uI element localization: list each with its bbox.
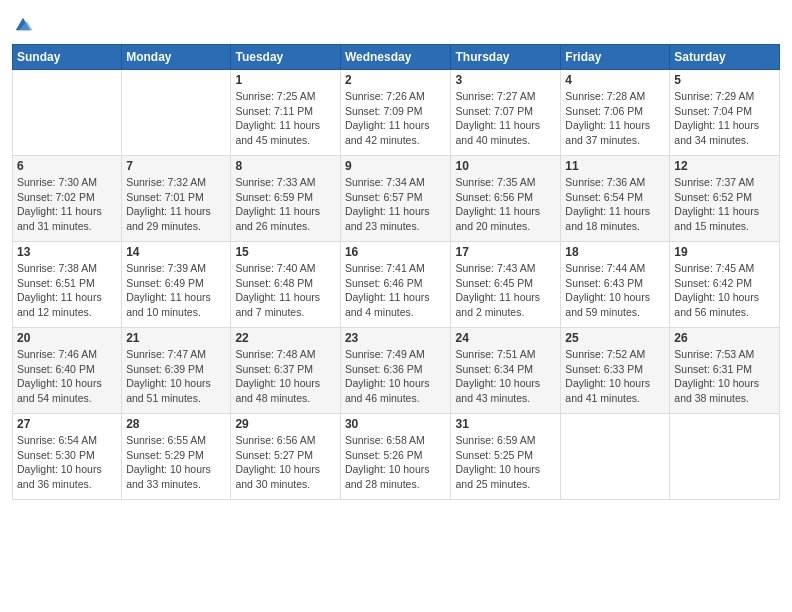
day-info: Sunrise: 7:52 AMSunset: 6:33 PMDaylight:… bbox=[565, 347, 665, 406]
day-info: Sunrise: 7:49 AMSunset: 6:36 PMDaylight:… bbox=[345, 347, 447, 406]
day-info: Sunrise: 7:51 AMSunset: 6:34 PMDaylight:… bbox=[455, 347, 556, 406]
calendar-table: SundayMondayTuesdayWednesdayThursdayFrid… bbox=[12, 44, 780, 500]
week-row-1: 1Sunrise: 7:25 AMSunset: 7:11 PMDaylight… bbox=[13, 70, 780, 156]
calendar-cell: 27Sunrise: 6:54 AMSunset: 5:30 PMDayligh… bbox=[13, 414, 122, 500]
day-header-tuesday: Tuesday bbox=[231, 45, 340, 70]
calendar-cell: 7Sunrise: 7:32 AMSunset: 7:01 PMDaylight… bbox=[122, 156, 231, 242]
calendar-cell bbox=[122, 70, 231, 156]
day-info: Sunrise: 7:44 AMSunset: 6:43 PMDaylight:… bbox=[565, 261, 665, 320]
header-row: SundayMondayTuesdayWednesdayThursdayFrid… bbox=[13, 45, 780, 70]
day-number: 22 bbox=[235, 331, 335, 345]
calendar-cell: 25Sunrise: 7:52 AMSunset: 6:33 PMDayligh… bbox=[561, 328, 670, 414]
day-info: Sunrise: 6:56 AMSunset: 5:27 PMDaylight:… bbox=[235, 433, 335, 492]
day-number: 13 bbox=[17, 245, 117, 259]
calendar-cell: 9Sunrise: 7:34 AMSunset: 6:57 PMDaylight… bbox=[340, 156, 451, 242]
calendar-cell: 5Sunrise: 7:29 AMSunset: 7:04 PMDaylight… bbox=[670, 70, 780, 156]
day-number: 18 bbox=[565, 245, 665, 259]
day-number: 21 bbox=[126, 331, 226, 345]
day-number: 27 bbox=[17, 417, 117, 431]
day-info: Sunrise: 7:26 AMSunset: 7:09 PMDaylight:… bbox=[345, 89, 447, 148]
calendar-cell: 24Sunrise: 7:51 AMSunset: 6:34 PMDayligh… bbox=[451, 328, 561, 414]
day-number: 26 bbox=[674, 331, 775, 345]
page-container: SundayMondayTuesdayWednesdayThursdayFrid… bbox=[0, 0, 792, 612]
day-number: 24 bbox=[455, 331, 556, 345]
day-number: 6 bbox=[17, 159, 117, 173]
day-info: Sunrise: 6:54 AMSunset: 5:30 PMDaylight:… bbox=[17, 433, 117, 492]
day-info: Sunrise: 7:33 AMSunset: 6:59 PMDaylight:… bbox=[235, 175, 335, 234]
day-number: 15 bbox=[235, 245, 335, 259]
calendar-cell: 18Sunrise: 7:44 AMSunset: 6:43 PMDayligh… bbox=[561, 242, 670, 328]
week-row-5: 27Sunrise: 6:54 AMSunset: 5:30 PMDayligh… bbox=[13, 414, 780, 500]
calendar-cell: 20Sunrise: 7:46 AMSunset: 6:40 PMDayligh… bbox=[13, 328, 122, 414]
day-number: 10 bbox=[455, 159, 556, 173]
day-info: Sunrise: 7:35 AMSunset: 6:56 PMDaylight:… bbox=[455, 175, 556, 234]
calendar-body: 1Sunrise: 7:25 AMSunset: 7:11 PMDaylight… bbox=[13, 70, 780, 500]
day-info: Sunrise: 7:45 AMSunset: 6:42 PMDaylight:… bbox=[674, 261, 775, 320]
calendar-cell: 29Sunrise: 6:56 AMSunset: 5:27 PMDayligh… bbox=[231, 414, 340, 500]
calendar-cell: 10Sunrise: 7:35 AMSunset: 6:56 PMDayligh… bbox=[451, 156, 561, 242]
day-info: Sunrise: 7:29 AMSunset: 7:04 PMDaylight:… bbox=[674, 89, 775, 148]
logo bbox=[12, 14, 38, 36]
week-row-4: 20Sunrise: 7:46 AMSunset: 6:40 PMDayligh… bbox=[13, 328, 780, 414]
day-header-sunday: Sunday bbox=[13, 45, 122, 70]
day-number: 2 bbox=[345, 73, 447, 87]
day-number: 25 bbox=[565, 331, 665, 345]
calendar-cell: 16Sunrise: 7:41 AMSunset: 6:46 PMDayligh… bbox=[340, 242, 451, 328]
calendar-cell: 6Sunrise: 7:30 AMSunset: 7:02 PMDaylight… bbox=[13, 156, 122, 242]
calendar-header: SundayMondayTuesdayWednesdayThursdayFrid… bbox=[13, 45, 780, 70]
calendar-cell: 21Sunrise: 7:47 AMSunset: 6:39 PMDayligh… bbox=[122, 328, 231, 414]
day-info: Sunrise: 7:41 AMSunset: 6:46 PMDaylight:… bbox=[345, 261, 447, 320]
day-number: 11 bbox=[565, 159, 665, 173]
calendar-cell: 11Sunrise: 7:36 AMSunset: 6:54 PMDayligh… bbox=[561, 156, 670, 242]
calendar-cell: 3Sunrise: 7:27 AMSunset: 7:07 PMDaylight… bbox=[451, 70, 561, 156]
header bbox=[12, 10, 780, 36]
calendar-cell: 1Sunrise: 7:25 AMSunset: 7:11 PMDaylight… bbox=[231, 70, 340, 156]
day-header-thursday: Thursday bbox=[451, 45, 561, 70]
day-number: 4 bbox=[565, 73, 665, 87]
day-info: Sunrise: 7:46 AMSunset: 6:40 PMDaylight:… bbox=[17, 347, 117, 406]
day-number: 29 bbox=[235, 417, 335, 431]
day-info: Sunrise: 7:27 AMSunset: 7:07 PMDaylight:… bbox=[455, 89, 556, 148]
calendar-cell: 8Sunrise: 7:33 AMSunset: 6:59 PMDaylight… bbox=[231, 156, 340, 242]
day-number: 7 bbox=[126, 159, 226, 173]
calendar-cell: 22Sunrise: 7:48 AMSunset: 6:37 PMDayligh… bbox=[231, 328, 340, 414]
calendar-cell: 2Sunrise: 7:26 AMSunset: 7:09 PMDaylight… bbox=[340, 70, 451, 156]
calendar-cell bbox=[670, 414, 780, 500]
day-number: 3 bbox=[455, 73, 556, 87]
day-info: Sunrise: 7:25 AMSunset: 7:11 PMDaylight:… bbox=[235, 89, 335, 148]
day-info: Sunrise: 7:30 AMSunset: 7:02 PMDaylight:… bbox=[17, 175, 117, 234]
day-number: 20 bbox=[17, 331, 117, 345]
day-info: Sunrise: 7:47 AMSunset: 6:39 PMDaylight:… bbox=[126, 347, 226, 406]
day-info: Sunrise: 6:55 AMSunset: 5:29 PMDaylight:… bbox=[126, 433, 226, 492]
day-number: 31 bbox=[455, 417, 556, 431]
calendar-cell bbox=[13, 70, 122, 156]
day-header-saturday: Saturday bbox=[670, 45, 780, 70]
day-number: 12 bbox=[674, 159, 775, 173]
calendar-cell: 12Sunrise: 7:37 AMSunset: 6:52 PMDayligh… bbox=[670, 156, 780, 242]
day-header-monday: Monday bbox=[122, 45, 231, 70]
calendar-cell: 31Sunrise: 6:59 AMSunset: 5:25 PMDayligh… bbox=[451, 414, 561, 500]
day-number: 17 bbox=[455, 245, 556, 259]
calendar-cell: 4Sunrise: 7:28 AMSunset: 7:06 PMDaylight… bbox=[561, 70, 670, 156]
day-number: 28 bbox=[126, 417, 226, 431]
day-number: 9 bbox=[345, 159, 447, 173]
day-info: Sunrise: 7:48 AMSunset: 6:37 PMDaylight:… bbox=[235, 347, 335, 406]
day-number: 30 bbox=[345, 417, 447, 431]
day-header-friday: Friday bbox=[561, 45, 670, 70]
day-number: 1 bbox=[235, 73, 335, 87]
day-info: Sunrise: 6:58 AMSunset: 5:26 PMDaylight:… bbox=[345, 433, 447, 492]
calendar-cell: 17Sunrise: 7:43 AMSunset: 6:45 PMDayligh… bbox=[451, 242, 561, 328]
calendar-cell: 13Sunrise: 7:38 AMSunset: 6:51 PMDayligh… bbox=[13, 242, 122, 328]
day-number: 23 bbox=[345, 331, 447, 345]
calendar-cell: 15Sunrise: 7:40 AMSunset: 6:48 PMDayligh… bbox=[231, 242, 340, 328]
week-row-2: 6Sunrise: 7:30 AMSunset: 7:02 PMDaylight… bbox=[13, 156, 780, 242]
day-info: Sunrise: 7:40 AMSunset: 6:48 PMDaylight:… bbox=[235, 261, 335, 320]
day-info: Sunrise: 7:43 AMSunset: 6:45 PMDaylight:… bbox=[455, 261, 556, 320]
day-info: Sunrise: 7:36 AMSunset: 6:54 PMDaylight:… bbox=[565, 175, 665, 234]
day-info: Sunrise: 7:34 AMSunset: 6:57 PMDaylight:… bbox=[345, 175, 447, 234]
day-number: 5 bbox=[674, 73, 775, 87]
day-info: Sunrise: 7:37 AMSunset: 6:52 PMDaylight:… bbox=[674, 175, 775, 234]
calendar-cell: 19Sunrise: 7:45 AMSunset: 6:42 PMDayligh… bbox=[670, 242, 780, 328]
day-number: 19 bbox=[674, 245, 775, 259]
calendar-cell: 14Sunrise: 7:39 AMSunset: 6:49 PMDayligh… bbox=[122, 242, 231, 328]
